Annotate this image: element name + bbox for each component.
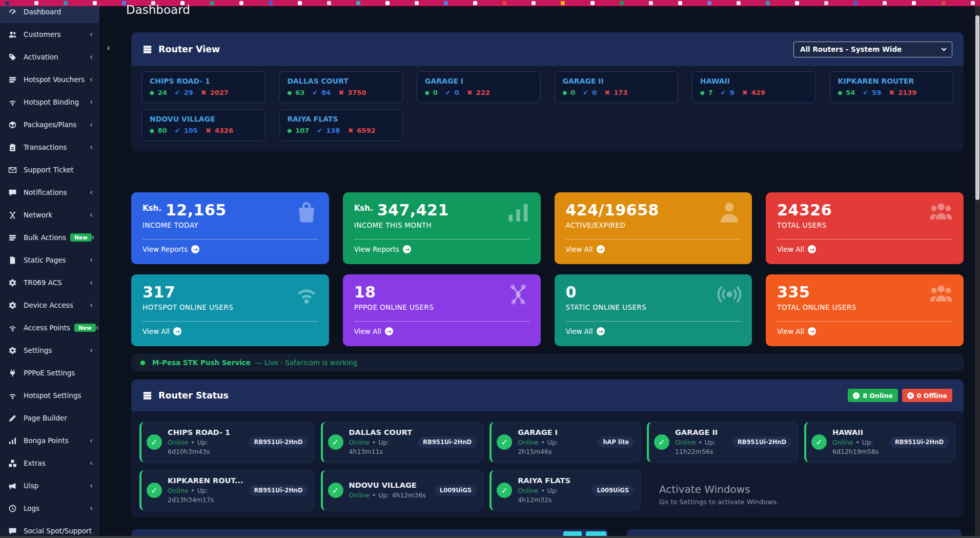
tab-favicon[interactable] bbox=[298, 1, 302, 5]
horizontal-scrollbar[interactable] bbox=[0, 536, 980, 538]
sidebar-item-hotspot-settings[interactable]: Hotspot Settings bbox=[0, 384, 99, 407]
router-card-chips-road-1[interactable]: CHIPS ROAD- 1 ●24 ✔29 ✖2027 bbox=[141, 71, 266, 103]
view-all-link[interactable]: View All→ bbox=[566, 245, 605, 253]
sidebar-item-social-spot-support[interactable]: Social Spot/Support bbox=[0, 520, 99, 536]
sidebar-item-hotspot-binding[interactable]: Hotspot Binding ‹ bbox=[0, 91, 99, 113]
tab-favicon[interactable] bbox=[64, 1, 68, 5]
online-badge[interactable]: ✓ 8 Online bbox=[848, 389, 898, 402]
router-status-card-kipkaren-router[interactable]: ✓ KIPKAREN ROUT... Online•Up:2d13h34m17s… bbox=[139, 470, 315, 511]
tab-favicon[interactable] bbox=[883, 1, 887, 5]
tab-favicon[interactable] bbox=[269, 1, 273, 5]
router-status-card-hawaii[interactable]: ✓ HAWAII Online•Up:6d12h19m58s RB951Ui-2… bbox=[804, 422, 955, 463]
tab-favicon[interactable] bbox=[737, 1, 741, 5]
view-all-link[interactable]: View All→ bbox=[566, 327, 605, 335]
router-card-raiya-flats[interactable]: RAIYA FLATS ●107 ✔138 ✖6592 bbox=[279, 109, 403, 141]
offline-badge[interactable]: × 0 Offline bbox=[902, 389, 952, 402]
view-reports-link[interactable]: View Reports→ bbox=[142, 245, 199, 253]
tab-favicon[interactable] bbox=[5, 1, 9, 5]
tab-favicon[interactable] bbox=[824, 1, 828, 5]
tab-favicon[interactable] bbox=[444, 1, 448, 5]
router-status-card-dallas-court[interactable]: ✓ DALLAS COURT Online•Up:4h13m11s RB951U… bbox=[321, 422, 484, 463]
sidebar-item-network[interactable]: Network ‹ bbox=[0, 204, 99, 226]
tab-favicon[interactable] bbox=[795, 1, 799, 5]
sidebar-item-settings[interactable]: Settings ‹ bbox=[0, 339, 99, 362]
tab-favicon[interactable] bbox=[532, 1, 536, 5]
router-status-card-raiya-flats[interactable]: ✓ RAIYA FLATS Online•Up:4h12m32s L009UiG… bbox=[489, 470, 641, 511]
sidebar-item-uisp[interactable]: Uisp ‹ bbox=[0, 474, 99, 497]
tab-favicon[interactable] bbox=[93, 1, 97, 5]
sidebar-item-tr069-acs[interactable]: TR069 ACS ‹ bbox=[0, 271, 99, 294]
router-status-card-chips-road-1[interactable]: ✓ CHIPS ROAD- 1 Online•Up:6d10h3m43s RB9… bbox=[139, 422, 315, 463]
sidebar-item-logs[interactable]: Logs ‹ bbox=[0, 497, 99, 520]
router-status-card-ndovu-village[interactable]: ✓ NDOVU VILLAGE Online•Up:4h12m36s L009U… bbox=[321, 470, 484, 511]
sidebar-item-packages-plans[interactable]: Packages/Plans ‹ bbox=[0, 113, 99, 136]
scrollbar-thumb[interactable] bbox=[975, 15, 979, 200]
check-circle-icon: ✓ bbox=[811, 434, 827, 450]
stat-label: PPPOE ONLINE USERS bbox=[354, 303, 529, 311]
clipboard-icon bbox=[8, 143, 17, 152]
sidebar-item-hotspot-vouchers[interactable]: Hotspot Vouchers ‹ bbox=[0, 68, 99, 91]
sidebar-item-access-points[interactable]: Access Points New ‹ bbox=[0, 316, 99, 339]
sidebar-item-label: PPPoE Settings bbox=[24, 369, 75, 377]
router-card-ndovu-village[interactable]: NDOVU VILLAGE ●80 ✔105 ✖4326 bbox=[141, 109, 266, 141]
tab-favicon[interactable] bbox=[385, 1, 390, 5]
sidebar-item-pppoe-settings[interactable]: PPPoE Settings bbox=[0, 362, 99, 384]
router-card-hawaii[interactable]: HAWAII ●7 ✔9 ✖429 bbox=[692, 71, 816, 103]
router-card-garage-2[interactable]: GARAGE II ●0 ✔0 ✖173 bbox=[555, 71, 679, 103]
users-group-icon bbox=[929, 200, 953, 225]
plug-icon bbox=[8, 369, 17, 377]
sidebar-item-transactions[interactable]: Transactions ‹ bbox=[0, 136, 99, 158]
sidebar-item-notifications[interactable]: Notifications ‹ bbox=[0, 181, 99, 204]
users-icon bbox=[8, 30, 17, 39]
sidebar-collapse-icon[interactable]: ‹ bbox=[107, 42, 110, 53]
sidebar-item-static-pages[interactable]: Static Pages ‹ bbox=[0, 249, 99, 271]
tab-favicon[interactable] bbox=[239, 1, 243, 5]
sidebar-item-device-access[interactable]: Device Access ‹ bbox=[0, 294, 99, 316]
view-all-link[interactable]: View All→ bbox=[354, 327, 393, 335]
tab-favicon[interactable] bbox=[942, 1, 946, 5]
tab-favicon[interactable] bbox=[502, 1, 506, 5]
sidebar-item-label: Hotspot Binding bbox=[24, 98, 79, 106]
vertical-scrollbar[interactable] bbox=[975, 6, 980, 538]
tab-favicon[interactable] bbox=[912, 1, 916, 5]
view-all-link[interactable]: View All→ bbox=[777, 327, 816, 335]
tab-favicon[interactable] bbox=[620, 1, 624, 5]
view-all-link[interactable]: View All→ bbox=[142, 327, 181, 335]
tab-favicon[interactable] bbox=[971, 1, 975, 5]
tab-favicon[interactable] bbox=[473, 1, 477, 5]
sidebar-item-dashboard[interactable]: Dashboard bbox=[0, 6, 99, 23]
sidebar-item-label: Network bbox=[24, 211, 52, 219]
router-card-dallas-court[interactable]: DALLAS COURT ●63 ✔84 ✖3750 bbox=[279, 71, 403, 103]
sidebar-item-support-ticket[interactable]: Support Ticket bbox=[0, 158, 99, 181]
mpesa-service-status: — Live · Safaricom is working bbox=[255, 358, 357, 367]
view-all-link[interactable]: View All→ bbox=[777, 245, 816, 253]
sidebar-item-label: Hotspot Vouchers bbox=[24, 75, 85, 84]
sidebar-item-page-builder[interactable]: Page Builder bbox=[0, 407, 99, 429]
router-status-card-garage-1[interactable]: ✓ GARAGE I Online•Up:2h15m46s hAP lite bbox=[489, 422, 641, 463]
tab-favicon[interactable] bbox=[415, 1, 419, 5]
tab-favicon[interactable] bbox=[356, 1, 360, 5]
tab-favicon[interactable] bbox=[561, 1, 565, 5]
tab-favicon[interactable] bbox=[210, 1, 214, 5]
view-reports-link[interactable]: View Reports→ bbox=[354, 245, 411, 253]
sidebar-item-customers[interactable]: Customers ‹ bbox=[0, 23, 99, 46]
expired-count: 173 bbox=[614, 89, 627, 96]
router-filter-select[interactable]: All Routers - System Wide bbox=[793, 42, 952, 57]
tab-favicon[interactable] bbox=[34, 1, 38, 5]
tab-favicon[interactable] bbox=[766, 1, 770, 5]
sidebar-item-label: Device Access bbox=[24, 301, 73, 309]
tab-favicon[interactable] bbox=[590, 1, 595, 5]
sidebar-item-extras[interactable]: Extras ‹ bbox=[0, 452, 99, 474]
sidebar-item-bonga-points[interactable]: Bonga Points ‹ bbox=[0, 429, 99, 452]
router-card-garage-1[interactable]: GARAGE I ●0 ✔0 ✖222 bbox=[417, 71, 541, 103]
tab-favicon[interactable] bbox=[678, 1, 682, 5]
tab-favicon[interactable] bbox=[327, 1, 331, 5]
tab-favicon[interactable] bbox=[707, 1, 711, 5]
sidebar-item-bulk-actions[interactable]: Bulk Actions New ‹ bbox=[0, 226, 99, 249]
sidebar-item-activation[interactable]: Activation ‹ bbox=[0, 46, 99, 68]
router-card-kipkaren-router[interactable]: KIPKAREN ROUTER ●54 ✔59 ✖2139 bbox=[830, 71, 954, 103]
tab-favicon[interactable] bbox=[649, 1, 653, 5]
router-view-panel: Router View All Routers - System Wide CH… bbox=[131, 32, 964, 151]
router-status-card-garage-2[interactable]: ✓ GARAGE II Online•Up:11h22m56s RB951Ui-… bbox=[647, 422, 798, 463]
tab-favicon[interactable] bbox=[853, 1, 858, 5]
